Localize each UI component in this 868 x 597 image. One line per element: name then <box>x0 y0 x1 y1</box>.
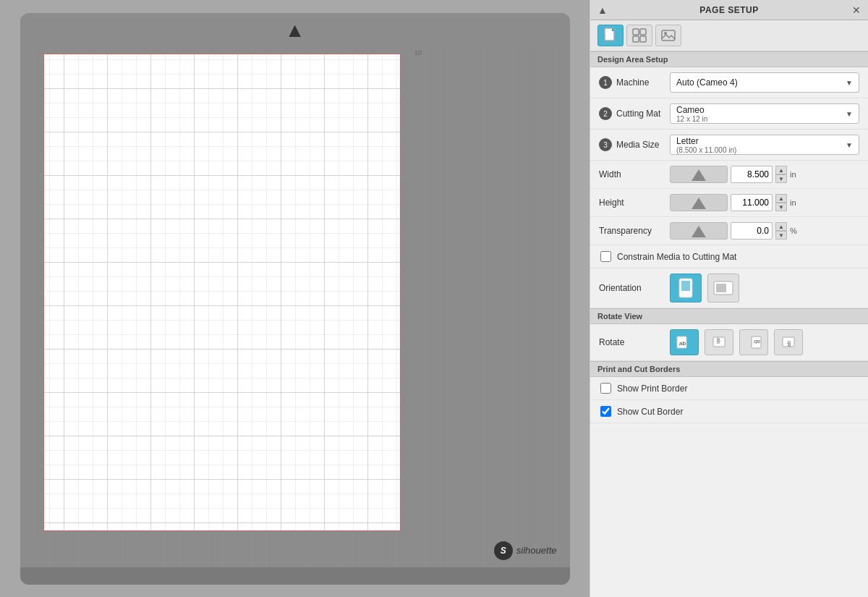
tab-page[interactable] <box>597 25 624 46</box>
width-spin-down[interactable]: ▼ <box>775 174 787 183</box>
show-cut-border-checkbox[interactable] <box>600 406 611 417</box>
portrait-icon <box>678 278 694 298</box>
orientation-landscape-button[interactable] <box>707 274 739 302</box>
svg-text:ab: ab <box>716 338 721 344</box>
height-spin-up[interactable]: ▲ <box>775 194 787 203</box>
width-unit: in <box>790 170 801 179</box>
rotate-270-button[interactable]: ab <box>774 329 803 355</box>
height-spinners: ▲ ▼ <box>775 194 787 211</box>
svg-rect-8 <box>662 30 675 41</box>
rotate-180-button[interactable]: ab <box>739 329 768 355</box>
svg-rect-13 <box>716 284 726 292</box>
rotate-90-button[interactable]: ab <box>705 329 733 355</box>
show-print-border-checkbox[interactable] <box>600 383 611 394</box>
height-row: Height ▲ ▼ in <box>590 189 868 217</box>
design-area-section-header: Design Area Setup <box>590 51 868 67</box>
svg-rect-5 <box>640 29 646 35</box>
machine-dropdown[interactable]: Auto (Cameo 4) ▼ <box>670 72 859 93</box>
width-slider-thumb <box>692 169 706 181</box>
transparency-spin-up[interactable]: ▲ <box>775 222 787 231</box>
transparency-label: Transparency <box>599 226 664 236</box>
svg-text:ab: ab <box>786 341 791 347</box>
rotate-row: Rotate ab ab ab <box>590 324 868 361</box>
step-1-circle: 1 <box>599 76 612 89</box>
cutting-mat-row: 2 Cutting Mat Cameo 12 x 12 in ▼ <box>590 98 868 130</box>
width-spinners: ▲ ▼ <box>775 166 787 183</box>
orientation-label: Orientation <box>599 283 664 293</box>
svg-text:ab: ab <box>754 339 760 345</box>
svg-rect-1 <box>20 45 570 567</box>
mat-grid-area: 10 S silhouette <box>20 45 570 567</box>
width-input[interactable] <box>731 166 773 183</box>
width-label: Width <box>599 169 664 179</box>
page-icon <box>603 27 618 43</box>
orientation-row: Orientation <box>590 268 868 308</box>
width-spin-up[interactable]: ▲ <box>775 166 787 174</box>
height-label: Height <box>599 198 664 208</box>
step-2-circle: 2 <box>599 107 612 120</box>
height-spin-down[interactable]: ▼ <box>775 203 787 211</box>
cutting-mat: ▲ 10 <box>20 13 570 585</box>
tab-row <box>590 20 868 51</box>
panel-content: Design Area Setup 1 Machine Auto (Cameo … <box>590 51 868 597</box>
transparency-unit: % <box>790 226 801 235</box>
show-print-border-row: Show Print Border <box>590 377 868 400</box>
rotate-180-icon: ab <box>745 334 762 351</box>
image-icon <box>661 28 676 43</box>
media-size-dropdown-arrow: ▼ <box>846 141 853 149</box>
tab-image[interactable] <box>655 25 681 46</box>
transparency-slider[interactable] <box>670 222 728 240</box>
svg-rect-7 <box>640 36 646 42</box>
step-3-circle: 3 <box>599 138 612 151</box>
constrain-checkbox[interactable] <box>600 251 611 262</box>
tab-grid[interactable] <box>626 25 652 46</box>
panel-collapse-icon[interactable]: ▲ <box>597 4 608 16</box>
rotate-label: Rotate <box>599 337 664 347</box>
orientation-portrait-button[interactable] <box>670 274 702 302</box>
panel-close-button[interactable]: ✕ <box>852 4 861 16</box>
width-slider[interactable] <box>670 166 728 183</box>
grid-icon <box>632 28 647 43</box>
rotate-270-icon: ab <box>780 334 797 351</box>
show-cut-border-label[interactable]: Show Cut Border <box>617 407 683 417</box>
width-row: Width ▲ ▼ in <box>590 161 868 189</box>
transparency-field-group: ▲ ▼ % <box>670 222 801 240</box>
rotate-90-icon: ab <box>710 334 728 351</box>
svg-rect-6 <box>633 36 639 42</box>
constrain-label[interactable]: Constrain Media to Cutting Mat <box>617 252 736 262</box>
transparency-row: Transparency ▲ ▼ % <box>590 217 868 245</box>
rotate-view-section-header: Rotate View <box>590 308 868 324</box>
mat-bottom-ruler <box>20 567 570 585</box>
svg-rect-4 <box>633 29 639 35</box>
rotate-0-button[interactable]: ab <box>670 329 699 355</box>
media-size-row: 3 Media Size Letter (8.500 x 11.000 in) … <box>590 130 868 161</box>
show-cut-border-row: Show Cut Border <box>590 400 868 423</box>
brand-name: silhouette <box>516 545 557 556</box>
transparency-spin-down[interactable]: ▼ <box>775 231 787 240</box>
svg-text:ab: ab <box>679 340 686 347</box>
svg-text:10: 10 <box>414 49 422 56</box>
constrain-row: Constrain Media to Cutting Mat <box>590 245 868 268</box>
svg-rect-11 <box>681 281 690 291</box>
machine-label: 1 Machine <box>599 76 664 89</box>
rotate-0-icon: ab <box>676 334 693 351</box>
show-print-border-label[interactable]: Show Print Border <box>617 384 687 394</box>
cutting-mat-label: 2 Cutting Mat <box>599 107 664 120</box>
grid-lines: 10 <box>20 45 570 567</box>
height-input[interactable] <box>731 194 773 211</box>
silhouette-logo: S silhouette <box>494 541 557 560</box>
height-slider[interactable] <box>670 194 728 211</box>
landscape-icon <box>713 280 733 296</box>
logo-circle-icon: S <box>494 541 513 560</box>
machine-dropdown-arrow: ▼ <box>846 79 853 87</box>
cutting-mat-dropdown[interactable]: Cameo 12 x 12 in ▼ <box>670 103 859 124</box>
transparency-spinners: ▲ ▼ <box>775 222 787 240</box>
height-slider-thumb <box>692 198 706 209</box>
media-size-dropdown[interactable]: Letter (8.500 x 11.000 in) ▼ <box>670 135 859 155</box>
page-setup-panel: ▲ PAGE SETUP ✕ <box>590 0 868 597</box>
cutting-mat-dropdown-arrow: ▼ <box>846 110 853 118</box>
panel-title: PAGE SETUP <box>699 5 758 15</box>
transparency-input[interactable] <box>731 222 773 240</box>
width-field-group: ▲ ▼ in <box>670 166 801 183</box>
machine-row: 1 Machine Auto (Cameo 4) ▼ <box>590 67 868 98</box>
